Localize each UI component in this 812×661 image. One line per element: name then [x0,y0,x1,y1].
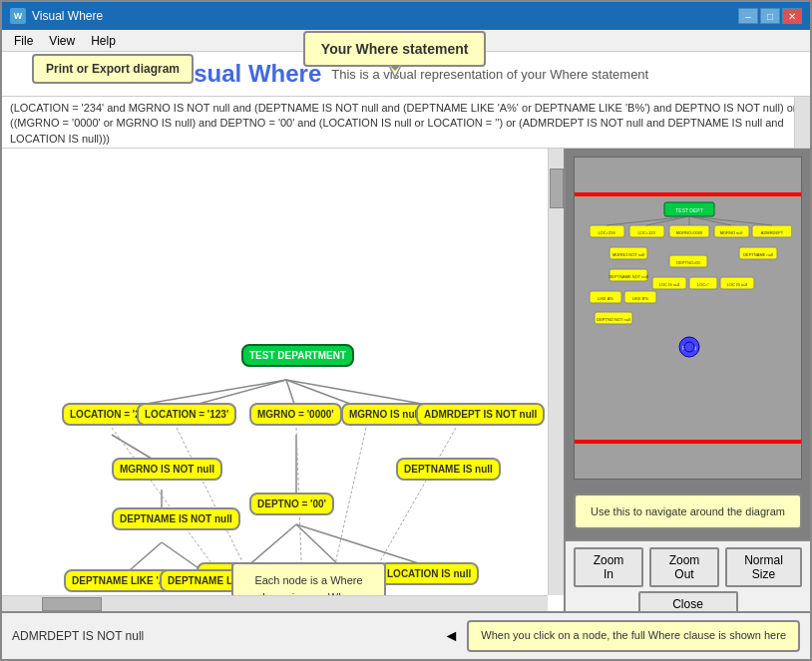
minimap[interactable]: TEST DEPT LOC=234 LOC=123 MGRNO=0000 [566,149,810,539]
menu-bar: File View Help Your Where statement [2,30,810,52]
right-panel: TEST DEPT LOC=234 LOC=123 MGRNO=0000 [566,149,810,611]
svg-text:DEPTNAME null: DEPTNAME null [743,252,773,257]
svg-point-58 [684,342,694,352]
zoom-out-button[interactable]: Zoom Out [649,547,719,587]
svg-text:LOC IS null: LOC IS null [659,282,680,287]
svg-text:TEST DEPT: TEST DEPT [675,207,702,213]
buttons-panel: Zoom In Zoom Out Normal Size Close [566,539,810,611]
svg-line-53 [607,216,689,225]
menu-file[interactable]: File [6,32,41,50]
node-deptname-notnull[interactable]: DEPTNAME IS NOT null [112,507,240,530]
zoom-in-button[interactable]: Zoom In [574,547,643,587]
svg-text:LOC IS null: LOC IS null [727,282,748,287]
svg-line-54 [646,216,689,225]
minimap-redline-bottom [575,440,801,444]
node-root[interactable]: TEST DEPARTMENT [241,344,354,367]
main-content: TEST DEPARTMENT LOCATION = '234' LOCATIO… [2,149,810,611]
window-title: Visual Where [32,9,103,23]
menu-help[interactable]: Help [83,32,124,50]
svg-text:LOC=234: LOC=234 [598,230,615,235]
svg-text:DEPTNO NOT null: DEPTNO NOT null [597,317,630,322]
node-location-123[interactable]: LOCATION = '123' [137,403,236,426]
title-bar: W Visual Where – □ ✕ [2,2,810,30]
normal-size-button[interactable]: Normal Size [725,547,802,587]
close-button[interactable]: Close [638,591,738,611]
title-bar-left: W Visual Where [10,8,103,24]
svg-text:ADMRDEPT: ADMRDEPT [761,230,784,235]
bottom-area: ADMRDEPT IS NOT null ◄ When you click on… [2,611,810,659]
close-button[interactable]: ✕ [782,8,802,24]
main-window: W Visual Where – □ ✕ File View Help Your… [0,0,812,661]
node-mgrno-notnull[interactable]: MGRNO IS NOT null [112,458,222,481]
sql-scrollbar[interactable] [794,97,810,148]
svg-line-10 [296,524,431,567]
svg-line-8 [246,524,296,567]
node-mgrno-0000[interactable]: MGRNO = '0000' [249,403,342,426]
svg-line-57 [689,216,772,225]
svg-text:MGRNO=0000: MGRNO=0000 [676,230,703,235]
node-deptno[interactable]: DEPTNO = '00' [249,493,334,515]
sql-text-area: (LOCATION = '234' and MGRNO IS NOT null … [2,97,810,149]
status-text: ADMRDEPT IS NOT null [12,629,435,643]
menu-view[interactable]: View [41,32,83,50]
minimap-redline-top [575,192,801,196]
sql-text: (LOCATION = '234' and MGRNO IS NOT null … [10,102,796,145]
vscroll-thumb[interactable] [550,168,564,208]
zoom-buttons-row: Zoom In Zoom Out Normal Size [574,547,802,587]
where-statement-balloon: Your Where statement [303,31,487,67]
svg-text:LIKE B%: LIKE B% [632,296,648,301]
close-button-row: Close [574,591,802,611]
print-export-balloon[interactable]: Print or Export diagram [32,54,194,84]
diagram-panel[interactable]: TEST DEPARTMENT LOCATION = '234' LOCATIO… [2,149,566,611]
svg-line-9 [296,524,341,567]
minimap-inner: TEST DEPT LOC=234 LOC=123 MGRNO=0000 [574,157,802,480]
header-subtitle: This is a visual representation of your … [331,67,648,82]
title-controls: – □ ✕ [738,8,802,24]
svg-text:DEPTNAME NOT null: DEPTNAME NOT null [609,274,647,279]
app-icon: W [10,8,26,24]
node-location-isnull2[interactable]: LOCATION IS null [379,562,479,585]
svg-text:MGRNO NOT null: MGRNO NOT null [612,252,644,257]
navigate-balloon: Use this to navigate around the diagram [574,494,802,530]
minimize-button[interactable]: – [738,8,758,24]
diagram-canvas: TEST DEPARTMENT LOCATION = '234' LOCATIO… [2,149,564,611]
node-deptname-null[interactable]: DEPTNAME IS null [396,458,501,481]
svg-line-56 [689,216,731,225]
svg-text:DEPTNO=00: DEPTNO=00 [676,260,700,265]
diagram-hscroll[interactable] [2,595,548,611]
app-title: Visual Where [172,60,321,88]
diagram-vscroll[interactable] [548,149,564,595]
click-info-balloon: When you click on a node, the full Where… [467,620,800,651]
maximize-button[interactable]: □ [760,8,780,24]
svg-text:LIKE A%: LIKE A% [598,296,613,301]
svg-text:MGRNO null: MGRNO null [720,230,743,235]
node-admrdept[interactable]: ADMRDEPT IS NOT null [416,403,545,426]
svg-text:LOC='': LOC='' [697,282,709,287]
svg-text:LOC=123: LOC=123 [637,230,655,235]
hscroll-thumb[interactable] [42,597,102,611]
arrow-indicator: ◄ [443,627,459,645]
